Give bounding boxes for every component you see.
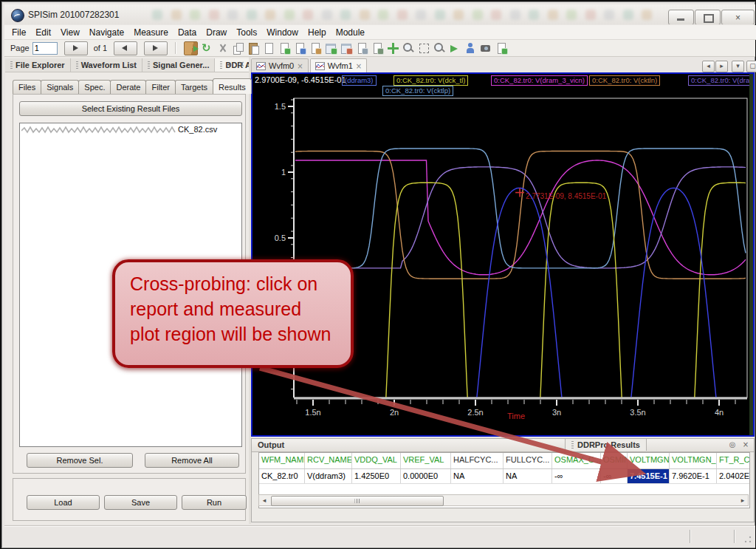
save-document-icon[interactable]	[294, 42, 306, 55]
waveform-panel[interactable]: 1.510.51.5n2n2.5n3n3.5n4n2.7731E-09, 8.4…	[251, 72, 755, 437]
report-document-icon[interactable]	[309, 42, 322, 55]
column-header-wfm_name[interactable]: WFM_NAME	[259, 453, 305, 468]
paste-icon[interactable]	[247, 42, 260, 55]
result-cell[interactable]: -∞	[552, 469, 601, 483]
pan-icon[interactable]	[387, 42, 399, 55]
menu-item-window[interactable]: Window	[267, 27, 298, 38]
copy-icon[interactable]	[232, 42, 244, 55]
column-header-vref_val[interactable]: VREF_VAL	[401, 453, 451, 468]
result-cell[interactable]: 2.0402E0	[717, 469, 750, 483]
tab-spec[interactable]: Spec.	[78, 80, 111, 94]
menu-item-tools[interactable]: Tools	[236, 27, 257, 38]
close-button[interactable]: ×	[721, 10, 755, 24]
legend-0ck_82tr0vdram_3_vicn[interactable]: 0:CK_82.tr0: V(dram_3_vicn)	[491, 75, 588, 86]
tab-derate[interactable]: Derate	[110, 80, 146, 94]
menu-item-navigate[interactable]: Navigate	[89, 27, 124, 38]
snapshot-icon[interactable]	[480, 42, 492, 55]
menu-item-edit[interactable]: Edit	[35, 27, 51, 38]
result-cell[interactable]: 1.4250E0	[352, 469, 401, 483]
go-icon[interactable]	[449, 42, 461, 55]
menu-item-module[interactable]: Module	[336, 27, 365, 38]
scrollbar-thumb[interactable]	[271, 496, 444, 506]
column-header-halfcyc[interactable]: HALFCYC...	[451, 453, 504, 468]
page-forward-icon[interactable]	[356, 42, 368, 55]
output-tab-label[interactable]: Output	[258, 440, 284, 449]
legend-0ck_82tr0vdram[interactable]: 0:CK_82.tr0: V(dram	[688, 75, 755, 86]
tab-list-icon[interactable]: ▾	[732, 61, 744, 72]
menu-item-draw[interactable]: Draw	[206, 27, 227, 38]
page-back-icon[interactable]	[371, 42, 384, 55]
forward-button[interactable]	[144, 41, 168, 55]
column-header-ft_r_cy[interactable]: FT_R_CY	[717, 453, 750, 468]
result-cell[interactable]: V(ddram3)	[305, 469, 352, 483]
waveform-tab-wvfm1[interactable]: Wvfm1×	[310, 58, 368, 72]
close-icon[interactable]: ×	[237, 60, 246, 69]
ddrpro-results-tab[interactable]: DDRPro Results	[565, 439, 647, 451]
legend-0ck_82tr0vdck_tl[interactable]: 0:CK_82.tr0: V(dck_tl)	[394, 75, 468, 86]
result-cell[interactable]: NA	[451, 469, 504, 483]
result-cell[interactable]: -∞	[601, 469, 628, 483]
scroll-right-arrow[interactable]: ▸	[738, 496, 748, 505]
tab-filter[interactable]: Filter	[145, 80, 175, 94]
exit-icon[interactable]	[184, 41, 198, 55]
select-result-files-button[interactable]: Select Existing Result Files	[19, 101, 242, 116]
remove-selected-button[interactable]: Remove Sel.	[27, 453, 133, 468]
export-image-icon[interactable]	[495, 42, 508, 55]
next-page-button[interactable]	[64, 41, 88, 55]
horizontal-scrollbar[interactable]: ◂ ▸	[258, 494, 749, 506]
tab-files[interactable]: Files	[13, 80, 41, 94]
result-cell[interactable]: 0.0000E0	[401, 469, 451, 483]
undock-icon[interactable]: ◂	[224, 60, 233, 69]
dock-tab-file-explorer[interactable]: File Explorer	[5, 58, 71, 72]
scroll-left-arrow[interactable]: ◂	[259, 496, 269, 505]
pin-icon[interactable]: ◎	[728, 440, 737, 449]
close-tab-icon[interactable]: ×	[297, 62, 303, 70]
tab-targets[interactable]: Targets	[175, 80, 213, 94]
close-tab-icon[interactable]: ×	[356, 62, 362, 70]
minimize-button[interactable]	[668, 10, 694, 24]
tab-signals[interactable]: Signals	[41, 80, 79, 94]
waveform-tab-wvfm0[interactable]: Wvfm0×	[251, 58, 309, 72]
title-bar[interactable]: SPISim 201007282301 ×	[4, 4, 755, 24]
dock-tab-waveform-list[interactable]: Waveform List	[71, 58, 142, 72]
result-cell[interactable]: 7.9620E-1	[670, 469, 717, 483]
new-document-icon[interactable]	[263, 42, 275, 55]
refresh-icon[interactable]	[201, 42, 213, 55]
save-button[interactable]: Save	[104, 495, 177, 510]
menu-item-file[interactable]: File	[12, 27, 26, 38]
column-header-osmax_c[interactable]: OSMAX_C...	[552, 453, 601, 468]
menu-item-view[interactable]: View	[61, 27, 80, 38]
column-header-osmin_c[interactable]: OSMIN_C...	[601, 453, 628, 468]
menu-item-measure[interactable]: Measure	[134, 27, 168, 38]
prev-button[interactable]	[114, 41, 137, 55]
maximize-view-icon[interactable]: ▢	[746, 61, 756, 72]
menu-item-data[interactable]: Data	[178, 27, 196, 38]
result-file-item[interactable]: CK_82.csv	[20, 123, 241, 136]
waveform-plot[interactable]: 1.510.51.5n2n2.5n3n3.5n4n2.7731E-09, 8.4…	[252, 74, 753, 435]
resize-grip[interactable]	[743, 536, 752, 545]
zoom-region-icon[interactable]	[418, 42, 430, 55]
column-header-voltmgn_h[interactable]: VOLTMGN_H	[628, 453, 670, 468]
cut-icon[interactable]	[216, 42, 229, 55]
probe-icon[interactable]	[464, 42, 477, 55]
legend-0ck_82tr0vcktln[interactable]: 0:CK_82.tr0: V(cktln)	[589, 75, 660, 86]
menu-item-help[interactable]: Help	[308, 27, 326, 38]
result-cell[interactable]: NA	[504, 469, 552, 483]
run-button[interactable]: Run	[182, 495, 247, 510]
column-header-voltmgn_l[interactable]: VOLTMGN_L	[670, 453, 717, 468]
column-header-rcv_name[interactable]: RCV_NAME	[305, 453, 352, 468]
result-cell[interactable]: 7.4515E-1	[628, 469, 670, 483]
dock-tab-signal-gener-[interactable]: Signal Gener...	[142, 58, 215, 72]
legend-ddram3[interactable]: (ddram3)	[342, 75, 377, 86]
remove-all-button[interactable]: Remove All	[145, 453, 239, 468]
maximize-button[interactable]	[695, 10, 721, 24]
scroll-right-icon[interactable]: ▸	[715, 61, 728, 72]
results-table-row[interactable]: CK_82.tr0V(ddram3)1.4250E00.0000E0NANA-∞…	[259, 469, 750, 484]
zoom-in-icon[interactable]	[402, 42, 415, 55]
close-window-icon[interactable]	[340, 42, 353, 55]
new-window-icon[interactable]	[325, 42, 337, 55]
column-header-fullcyc[interactable]: FULLCYC...	[504, 453, 552, 468]
column-header-vddq_val[interactable]: VDDQ_VAL	[352, 453, 401, 468]
result-cell[interactable]: CK_82.tr0	[259, 469, 305, 483]
legend-0ck_82tr0vcktlp[interactable]: 0:CK_82.tr0: V(cktlp)	[382, 86, 453, 96]
